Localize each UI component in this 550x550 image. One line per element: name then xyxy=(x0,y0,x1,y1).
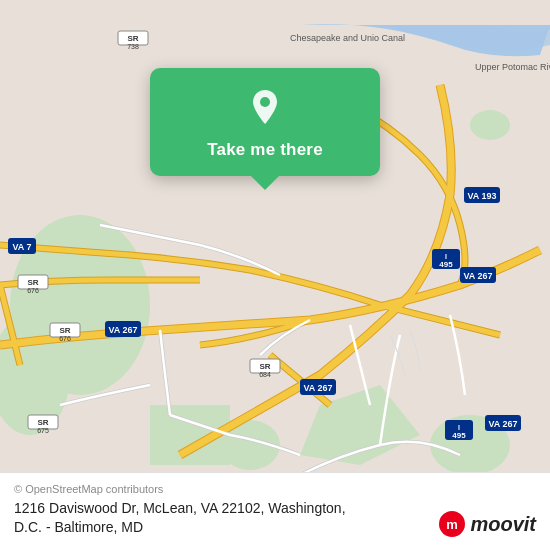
moovit-logo: m moovit xyxy=(438,510,536,538)
copyright-text: © OpenStreetMap contributors xyxy=(14,483,536,495)
svg-text:675: 675 xyxy=(37,427,49,434)
svg-text:684: 684 xyxy=(259,371,271,378)
svg-text:SR: SR xyxy=(27,278,38,287)
svg-text:SR: SR xyxy=(59,326,70,335)
svg-text:676: 676 xyxy=(59,335,71,342)
popup-card[interactable]: Take me there xyxy=(150,68,380,176)
svg-text:VA 267: VA 267 xyxy=(463,271,492,281)
location-pin-icon xyxy=(243,86,287,130)
take-me-there-button[interactable]: Take me there xyxy=(207,140,323,160)
svg-text:I: I xyxy=(445,253,447,260)
svg-text:VA 267: VA 267 xyxy=(108,325,137,335)
svg-text:Upper Potomac Riv...: Upper Potomac Riv... xyxy=(475,62,550,72)
svg-text:VA 267: VA 267 xyxy=(488,419,517,429)
svg-point-44 xyxy=(260,97,270,107)
moovit-brand-text: moovit xyxy=(470,513,536,536)
svg-text:VA 193: VA 193 xyxy=(467,191,496,201)
svg-text:495: 495 xyxy=(452,431,466,440)
svg-text:SR: SR xyxy=(37,418,48,427)
svg-text:I: I xyxy=(458,424,460,431)
svg-text:SR: SR xyxy=(127,34,138,43)
moovit-logo-icon: m xyxy=(438,510,466,538)
svg-text:495: 495 xyxy=(439,260,453,269)
svg-text:SR: SR xyxy=(259,362,270,371)
map-container: SR 738 SR 676 SR 676 SR 675 SR 684 VA 7 … xyxy=(0,0,550,550)
svg-text:738: 738 xyxy=(127,43,139,50)
svg-text:m: m xyxy=(447,517,459,532)
address-text: 1216 Daviswood Dr, McLean, VA 22102, Was… xyxy=(14,499,346,538)
svg-text:Chesapeake and Unio Canal: Chesapeake and Unio Canal xyxy=(290,33,405,43)
bottom-bar: © OpenStreetMap contributors 1216 Davisw… xyxy=(0,472,550,550)
svg-point-7 xyxy=(470,110,510,140)
svg-text:676: 676 xyxy=(27,287,39,294)
svg-text:VA 267: VA 267 xyxy=(303,383,332,393)
svg-text:VA 7: VA 7 xyxy=(12,242,31,252)
